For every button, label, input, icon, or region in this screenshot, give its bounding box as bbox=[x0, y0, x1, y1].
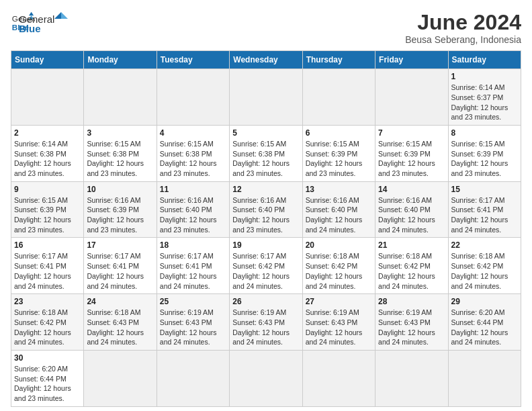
calendar-week-row: 9Sunrise: 6:15 AMSunset: 6:39 PMDaylight… bbox=[11, 181, 521, 238]
calendar-cell: 10Sunrise: 6:16 AMSunset: 6:39 PMDayligh… bbox=[84, 181, 157, 238]
calendar-cell: 16Sunrise: 6:17 AMSunset: 6:41 PMDayligh… bbox=[11, 238, 84, 294]
day-info: Sunrise: 6:19 AMSunset: 6:43 PMDaylight:… bbox=[232, 308, 299, 347]
calendar-cell: 7Sunrise: 6:15 AMSunset: 6:39 PMDaylight… bbox=[375, 125, 448, 181]
day-info: Sunrise: 6:17 AMSunset: 6:41 PMDaylight:… bbox=[451, 195, 518, 235]
day-info: Sunrise: 6:19 AMSunset: 6:43 PMDaylight:… bbox=[306, 308, 372, 347]
calendar-cell: 11Sunrise: 6:16 AMSunset: 6:40 PMDayligh… bbox=[157, 181, 229, 238]
day-info: Sunrise: 6:15 AMSunset: 6:38 PMDaylight:… bbox=[87, 139, 153, 179]
day-number: 13 bbox=[306, 185, 372, 194]
calendar-week-row: 16Sunrise: 6:17 AMSunset: 6:41 PMDayligh… bbox=[11, 238, 521, 294]
day-number: 2 bbox=[14, 128, 81, 138]
calendar-cell: 25Sunrise: 6:19 AMSunset: 6:43 PMDayligh… bbox=[157, 294, 229, 351]
header-monday: Monday bbox=[84, 51, 157, 69]
day-number: 16 bbox=[14, 240, 81, 250]
header-wednesday: Wednesday bbox=[230, 51, 302, 69]
day-number: 28 bbox=[378, 297, 445, 306]
calendar-cell: 28Sunrise: 6:19 AMSunset: 6:43 PMDayligh… bbox=[375, 294, 448, 351]
day-info: Sunrise: 6:18 AMSunset: 6:43 PMDaylight:… bbox=[87, 308, 153, 347]
calendar-cell: 12Sunrise: 6:16 AMSunset: 6:40 PMDayligh… bbox=[230, 181, 302, 238]
day-number: 7 bbox=[378, 128, 445, 138]
day-info: Sunrise: 6:17 AMSunset: 6:41 PMDaylight:… bbox=[14, 251, 81, 291]
title-area: June 2024 Beusa Seberang, Indonesia bbox=[405, 11, 521, 45]
calendar-cell: 13Sunrise: 6:16 AMSunset: 6:40 PMDayligh… bbox=[302, 181, 375, 238]
day-number: 10 bbox=[87, 185, 153, 194]
calendar-cell: 17Sunrise: 6:17 AMSunset: 6:41 PMDayligh… bbox=[84, 238, 157, 294]
day-info: Sunrise: 6:16 AMSunset: 6:40 PMDaylight:… bbox=[306, 195, 372, 235]
day-number: 25 bbox=[160, 297, 226, 306]
day-number: 20 bbox=[306, 240, 372, 250]
day-info: Sunrise: 6:18 AMSunset: 6:42 PMDaylight:… bbox=[451, 251, 518, 291]
day-number: 11 bbox=[160, 185, 226, 194]
calendar-cell bbox=[302, 350, 375, 406]
day-info: Sunrise: 6:15 AMSunset: 6:38 PMDaylight:… bbox=[232, 139, 299, 179]
calendar-cell: 5Sunrise: 6:15 AMSunset: 6:38 PMDaylight… bbox=[230, 125, 302, 181]
day-info: Sunrise: 6:15 AMSunset: 6:38 PMDaylight:… bbox=[160, 139, 226, 179]
day-number: 9 bbox=[14, 185, 81, 194]
day-number: 21 bbox=[378, 240, 445, 250]
calendar-cell: 29Sunrise: 6:20 AMSunset: 6:44 PMDayligh… bbox=[448, 294, 521, 351]
calendar-cell bbox=[302, 69, 375, 126]
calendar-cell: 14Sunrise: 6:16 AMSunset: 6:40 PMDayligh… bbox=[375, 181, 448, 238]
calendar-cell: 30Sunrise: 6:20 AMSunset: 6:44 PMDayligh… bbox=[11, 350, 84, 406]
calendar-cell: 15Sunrise: 6:17 AMSunset: 6:41 PMDayligh… bbox=[448, 181, 521, 238]
day-number: 1 bbox=[451, 72, 518, 81]
calendar-cell bbox=[230, 69, 302, 126]
day-number: 23 bbox=[14, 297, 81, 306]
day-info: Sunrise: 6:18 AMSunset: 6:42 PMDaylight:… bbox=[14, 308, 81, 347]
calendar-title: June 2024 bbox=[405, 11, 521, 34]
calendar-week-row: 23Sunrise: 6:18 AMSunset: 6:42 PMDayligh… bbox=[11, 294, 521, 351]
calendar-cell: 24Sunrise: 6:18 AMSunset: 6:43 PMDayligh… bbox=[84, 294, 157, 351]
calendar-cell bbox=[230, 350, 302, 406]
calendar-cell: 18Sunrise: 6:17 AMSunset: 6:41 PMDayligh… bbox=[157, 238, 229, 294]
day-number: 17 bbox=[87, 240, 153, 250]
calendar-subtitle: Beusa Seberang, Indonesia bbox=[405, 34, 521, 45]
day-number: 22 bbox=[451, 240, 518, 250]
header-tuesday: Tuesday bbox=[157, 51, 229, 69]
header-thursday: Thursday bbox=[302, 51, 375, 69]
calendar-cell: 6Sunrise: 6:15 AMSunset: 6:39 PMDaylight… bbox=[302, 125, 375, 181]
calendar-header-row: Sunday Monday Tuesday Wednesday Thursday… bbox=[11, 51, 521, 69]
calendar-cell: 3Sunrise: 6:15 AMSunset: 6:38 PMDaylight… bbox=[84, 125, 157, 181]
day-number: 18 bbox=[160, 240, 226, 250]
day-info: Sunrise: 6:16 AMSunset: 6:40 PMDaylight:… bbox=[160, 195, 226, 235]
day-info: Sunrise: 6:15 AMSunset: 6:39 PMDaylight:… bbox=[451, 139, 518, 179]
page-header: General Blue General Blue June 2024 Beus… bbox=[11, 11, 521, 45]
day-info: Sunrise: 6:15 AMSunset: 6:39 PMDaylight:… bbox=[14, 195, 81, 235]
logo-triangle-icon bbox=[54, 12, 68, 26]
day-info: Sunrise: 6:16 AMSunset: 6:39 PMDaylight:… bbox=[87, 195, 153, 235]
calendar-cell bbox=[448, 350, 521, 406]
day-number: 15 bbox=[451, 185, 518, 194]
day-number: 12 bbox=[232, 185, 299, 194]
day-number: 4 bbox=[160, 128, 226, 138]
day-info: Sunrise: 6:14 AMSunset: 6:38 PMDaylight:… bbox=[14, 139, 81, 179]
calendar-cell bbox=[375, 350, 448, 406]
calendar-cell: 20Sunrise: 6:18 AMSunset: 6:42 PMDayligh… bbox=[302, 238, 375, 294]
svg-marker-4 bbox=[54, 12, 61, 19]
header-sunday: Sunday bbox=[11, 51, 84, 69]
header-friday: Friday bbox=[375, 51, 448, 69]
day-number: 19 bbox=[232, 240, 299, 250]
calendar-cell bbox=[84, 350, 157, 406]
calendar-week-row: 30Sunrise: 6:20 AMSunset: 6:44 PMDayligh… bbox=[11, 350, 521, 406]
day-number: 29 bbox=[451, 297, 518, 306]
calendar-cell: 8Sunrise: 6:15 AMSunset: 6:39 PMDaylight… bbox=[448, 125, 521, 181]
header-saturday: Saturday bbox=[448, 51, 521, 69]
day-info: Sunrise: 6:19 AMSunset: 6:43 PMDaylight:… bbox=[160, 308, 226, 347]
day-info: Sunrise: 6:18 AMSunset: 6:42 PMDaylight:… bbox=[306, 251, 372, 291]
calendar-cell: 9Sunrise: 6:15 AMSunset: 6:39 PMDaylight… bbox=[11, 181, 84, 238]
day-number: 3 bbox=[87, 128, 153, 138]
calendar-week-row: 2Sunrise: 6:14 AMSunset: 6:38 PMDaylight… bbox=[11, 125, 521, 181]
day-number: 24 bbox=[87, 297, 153, 306]
calendar-cell: 26Sunrise: 6:19 AMSunset: 6:43 PMDayligh… bbox=[230, 294, 302, 351]
svg-marker-5 bbox=[61, 12, 68, 19]
day-info: Sunrise: 6:18 AMSunset: 6:42 PMDaylight:… bbox=[378, 251, 445, 291]
calendar-cell: 23Sunrise: 6:18 AMSunset: 6:42 PMDayligh… bbox=[11, 294, 84, 351]
calendar-cell: 19Sunrise: 6:17 AMSunset: 6:42 PMDayligh… bbox=[230, 238, 302, 294]
day-number: 6 bbox=[306, 128, 372, 138]
day-info: Sunrise: 6:20 AMSunset: 6:44 PMDaylight:… bbox=[14, 364, 81, 404]
day-number: 14 bbox=[378, 185, 445, 194]
calendar-cell bbox=[157, 350, 229, 406]
day-info: Sunrise: 6:17 AMSunset: 6:42 PMDaylight:… bbox=[232, 251, 299, 291]
calendar-cell: 1Sunrise: 6:14 AMSunset: 6:37 PMDaylight… bbox=[448, 69, 521, 126]
day-info: Sunrise: 6:16 AMSunset: 6:40 PMDaylight:… bbox=[232, 195, 299, 235]
